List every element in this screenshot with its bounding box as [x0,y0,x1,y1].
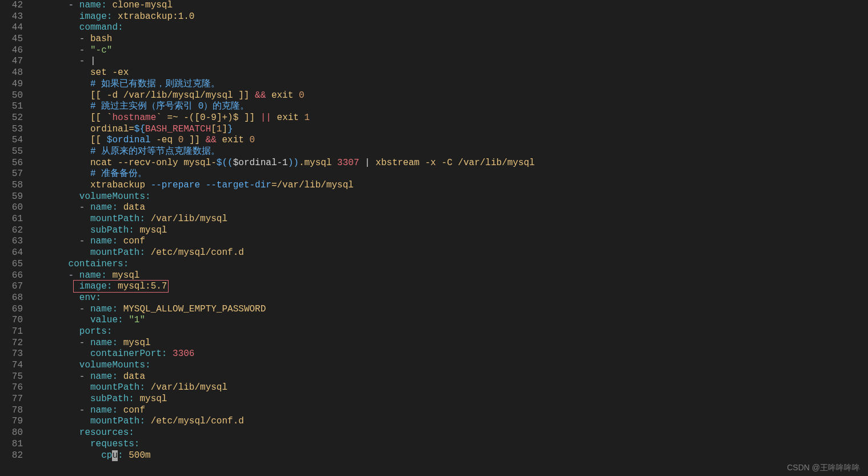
code-line[interactable]: mountPath: /var/lib/mysql [35,382,868,394]
token-white [134,394,140,404]
code-line[interactable]: - name: clone-mysql [35,0,868,11]
token-val: ordinal= [90,124,134,134]
code-line[interactable]: - name: data [35,202,868,214]
code-line[interactable]: subPath: mysql [35,225,868,237]
token-white [123,315,129,325]
token-val: -eq [151,135,178,145]
token-val: /var/lib/mysql [151,214,227,224]
token-cursor: u [112,450,118,462]
token-key: mountPath: [90,382,145,393]
line-number: 73 [0,349,23,360]
code-line[interactable]: ordinal=${BASH_REMATCH[1]} [35,124,868,135]
code-line[interactable]: [[ -d /var/lib/mysql/mysql ]] && exit 0 [35,90,868,102]
code-line[interactable]: command: [35,22,868,34]
token-val: ncat --recv-only mysql- [90,158,217,168]
code-line[interactable]: - name: data [35,371,868,383]
code-line[interactable]: # 准备备份。 [35,169,868,180]
token-val: /var/lib/mysql [151,382,227,393]
line-number: 44 [0,22,23,34]
line-number: 59 [0,191,23,203]
code-line[interactable]: image: mysql:5.7 [35,281,868,293]
token-key: name: [90,371,118,382]
code-line[interactable]: resources: [35,427,868,439]
code-line[interactable]: - "-c" [35,45,868,57]
token-dash: - [69,270,79,281]
code-line[interactable]: - name: conf [35,405,868,417]
token-white [167,349,173,359]
code-line[interactable]: [[ `hostname` =~ -([0-9]+)$ ]] || exit 1 [35,113,868,124]
code-line[interactable]: # 跳过主实例（序号索引 0）的克隆。 [35,101,868,113]
token-white [118,236,123,246]
token-braces: [[ [90,113,101,123]
token-key: mountPath: [90,247,145,258]
token-val: /etc/mysql/conf.d [151,247,244,258]
token-num: 0 [250,135,255,145]
line-number: 47 [0,56,23,67]
token-white [134,225,140,235]
line-number: 75 [0,371,23,383]
code-line[interactable]: [[ $ordinal -eq 0 ]] && exit 0 [35,135,868,146]
token-num: 1 [305,113,310,123]
code-line[interactable]: mountPath: /etc/mysql/conf.d [35,247,868,259]
token-white [145,247,151,258]
token-key: subPath: [90,394,134,404]
code-line[interactable]: mountPath: /etc/mysql/conf.d [35,416,868,427]
token-dash: - [79,304,90,314]
code-line[interactable]: - bash [35,34,868,45]
token-white [101,113,107,123]
code-line[interactable]: subPath: mysql [35,394,868,405]
code-line[interactable]: volumeMounts: [35,191,868,203]
code-line[interactable]: volumeMounts: [35,360,868,371]
line-number: 69 [0,304,23,315]
token-white [145,382,151,393]
code-editor[interactable]: 4243444546474849505152535455565758596061… [0,0,868,461]
code-line[interactable]: requests: [35,439,868,450]
code-line[interactable]: mountPath: /var/lib/mysql [35,214,868,225]
code-area[interactable]: - name: clone-mysql image: xtrabackup:1.… [35,0,868,461]
token-dash: - [79,371,90,382]
token-key: subPath: [90,225,134,235]
code-line[interactable]: ports: [35,326,868,338]
token-white [118,338,123,348]
line-number: 77 [0,394,23,405]
token-key: image: [79,281,113,291]
token-key: env: [79,293,101,303]
token-val: mysql [123,338,151,348]
line-number: 58 [0,180,23,191]
token-white [107,0,113,10]
token-red: 3306 [173,349,194,359]
code-line[interactable]: - name: mysql [35,338,868,349]
line-number: 64 [0,247,23,259]
token-val: ` [107,113,113,123]
code-line[interactable]: - name: conf [35,236,868,247]
token-val: exit [222,135,250,145]
token-white [217,135,222,145]
token-braces: ] [222,124,227,134]
line-number: 51 [0,101,23,113]
line-number: 43 [0,11,23,23]
line-number: 76 [0,382,23,394]
code-line[interactable]: # 从原来的对等节点克隆数据。 [35,146,868,158]
code-line[interactable]: value: "1" [35,315,868,326]
token-val: exit [271,90,299,101]
token-val: MYSQL_ALLOW_EMPTY_PASSWORD [123,304,266,314]
code-line[interactable]: - | [35,56,868,67]
code-line[interactable]: containers: [35,259,868,270]
token-val: xtrabackup [90,180,151,190]
code-line[interactable]: - name: MYSQL_ALLOW_EMPTY_PASSWORD [35,304,868,315]
code-line[interactable]: - name: mysql [35,270,868,282]
code-line[interactable]: ncat --recv-only mysql-$(($ordinal-1)).m… [35,158,868,169]
code-line[interactable]: xtrabackup --prepare --target-dir=/var/l… [35,180,868,191]
code-line[interactable]: image: xtrabackup:1.0 [35,11,868,23]
token-key: mountPath: [90,214,145,224]
code-line[interactable]: containerPort: 3306 [35,349,868,360]
code-line[interactable]: cpu: 500m [35,450,868,462]
token-red: && [255,90,266,101]
code-line[interactable]: set -ex [35,67,868,79]
token-val: mysql [112,270,139,281]
code-line[interactable]: env: [35,293,868,304]
line-number: 66 [0,270,23,282]
token-key: value: [90,315,123,325]
code-line[interactable]: # 如果已有数据，则跳过克隆。 [35,79,868,90]
token-var: $ordinal [107,135,151,145]
